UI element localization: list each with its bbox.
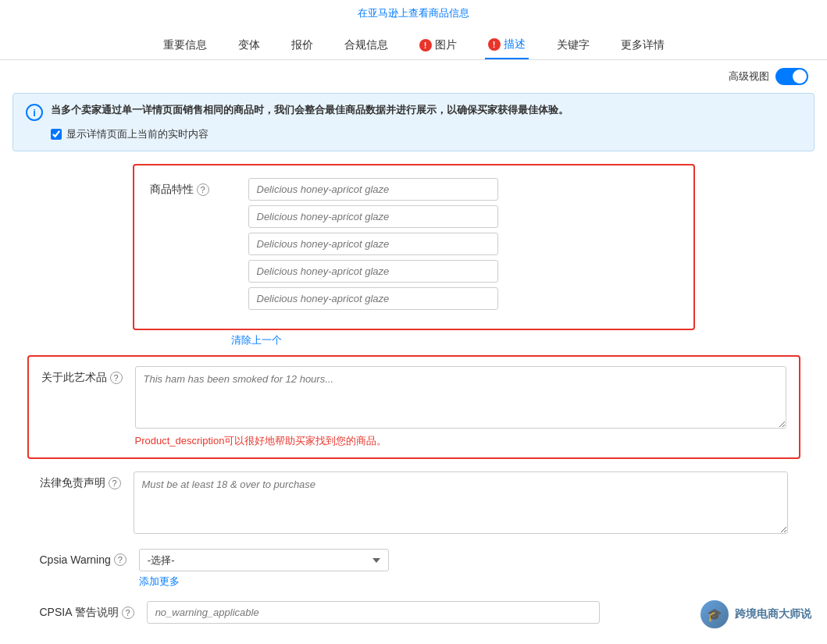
cpsia-warning-help-icon[interactable]: ? [114,553,127,566]
advanced-view-label: 高级视图 [729,69,769,84]
legal-disclaimer-textarea[interactable] [134,471,788,534]
product-feature-input-2[interactable] [248,205,498,228]
info-banner-text: 当多个卖家通过单一详情页面销售相同的商品时，我们会整合最佳商品数据并进行展示，以… [51,103,569,117]
tab-more-details[interactable]: 更多详情 [618,32,668,59]
product-features-help-icon[interactable]: ? [197,183,209,196]
cpsia-add-more-link[interactable]: 添加更多 [139,575,788,589]
tab-compliance[interactable]: 合规信息 [341,32,391,59]
main-content: 商品特性 ? 清除上一个 [0,151,827,644]
product-feature-input-1[interactable] [248,178,498,201]
show-realtime-label: 显示详情页面上当前的实时内容 [66,127,209,141]
cpsia-warning-desc-row: CPSIA 警告说明 ? [40,601,788,624]
show-realtime-checkbox[interactable] [51,129,62,140]
cpsia-warning-fields: -选择- 添加更多 [139,549,788,589]
product-features-label: 商品特性 ? [150,178,236,197]
product-description-row: 关于此艺术品 ? Product_description可以很好地帮助买家找到您… [41,366,786,448]
cpsia-warning-desc-help-icon[interactable]: ? [122,607,134,619]
product-feature-input-3[interactable] [248,233,498,255]
tab-price[interactable]: 报价 [288,32,316,59]
product-features-fields [248,178,678,310]
top-link-container: 在亚马逊上查看商品信息 [0,0,827,23]
legal-disclaimer-label: 法律免责声明 ? [40,471,121,490]
cpsia-warning-label: Cpsia Warning ? [40,549,127,566]
product-description-help-icon[interactable]: ? [110,372,123,384]
page-wrapper: 在亚马逊上查看商品信息 重要信息 变体 报价 合规信息 ! 图片 ! 描述 关键… [0,0,827,644]
cpsia-warning-desc-label: CPSIA 警告说明 ? [40,601,134,620]
info-icon: i [26,104,43,121]
legal-disclaimer-help-icon[interactable]: ? [109,477,121,489]
cpsia-warning-row: Cpsia Warning ? -选择- 添加更多 [40,549,788,589]
product-description-textarea[interactable] [135,366,786,429]
product-feature-input-4[interactable] [248,260,498,283]
clear-last-button[interactable]: 清除上一个 [231,334,282,346]
product-feature-input-5[interactable] [248,287,498,310]
tab-description[interactable]: ! 描述 [485,31,529,59]
info-checkbox-row: 显示详情页面上当前的实时内容 [51,127,801,141]
tab-important[interactable]: 重要信息 [160,32,210,59]
tab-variant[interactable]: 变体 [235,32,263,59]
cpsia-warning-desc-input[interactable] [147,601,600,624]
info-banner-row: i 当多个卖家通过单一详情页面销售相同的商品时，我们会整合最佳商品数据并进行展示… [26,103,801,121]
legal-disclaimer-row: 法律免责声明 ? [40,471,788,536]
product-description-label: 关于此艺术品 ? [41,366,123,385]
product-features-section: 商品特性 ? [133,164,695,330]
product-description-fields: Product_description可以很好地帮助买家找到您的商品。 [135,366,786,448]
product-description-section: 关于此艺术品 ? Product_description可以很好地帮助买家找到您… [27,355,800,459]
watermark-icon: 🎓 [700,600,729,628]
advanced-view-toggle[interactable] [775,68,808,85]
product-features-row: 商品特性 ? [150,178,678,310]
product-description-error: Product_description可以很好地帮助买家找到您的商品。 [135,434,786,448]
watermark: 🎓 跨境电商大师说 [700,600,811,628]
description-warning-icon: ! [488,38,501,51]
cpsia-warning-select[interactable]: -选择- [139,549,389,571]
cpsia-warning-desc-fields [147,601,788,624]
tab-navigation: 重要信息 变体 报价 合规信息 ! 图片 ! 描述 关键字 更多详情 [0,23,827,60]
info-banner: i 当多个卖家通过单一详情页面销售相同的商品时，我们会整合最佳商品数据并进行展示… [12,93,815,151]
tab-images[interactable]: ! 图片 [416,32,460,59]
watermark-text: 跨境电商大师说 [735,607,811,621]
legal-disclaimer-fields [134,471,788,536]
amazon-link[interactable]: 在亚马逊上查看商品信息 [358,7,469,19]
tab-keywords[interactable]: 关键字 [554,32,593,59]
images-warning-icon: ! [419,39,432,52]
advanced-view-row: 高级视图 [0,60,827,93]
